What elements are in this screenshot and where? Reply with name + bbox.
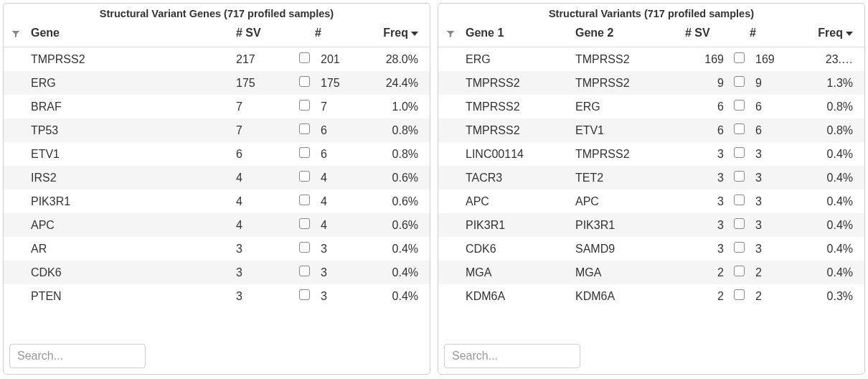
sv-variants-body[interactable]: ERGTMPRSS216916923.…TMPRSS2TMPRSS2991.3%… [438, 47, 864, 340]
col-gene1[interactable]: Gene 1 [466, 27, 575, 39]
cell-gene2: TMPRSS2 [575, 77, 685, 90]
col-sv[interactable]: # SV [236, 27, 293, 39]
cell-sv: 3 [685, 243, 728, 256]
col-sv[interactable]: # SV [685, 27, 728, 39]
row-checkbox[interactable] [299, 123, 310, 134]
row-checkbox[interactable] [734, 100, 745, 111]
table-row[interactable]: KDM6AKDM6A220.3% [438, 284, 864, 308]
cell-sv: 7 [236, 124, 293, 137]
row-checkbox[interactable] [299, 266, 310, 276]
table-row[interactable]: PIK3R1440.6% [4, 190, 430, 213]
col-num[interactable]: # [750, 27, 793, 39]
row-checkbox[interactable] [299, 147, 310, 158]
table-row[interactable]: PIK3R1PIK3R1330.4% [438, 213, 864, 237]
cell-num: 4 [315, 195, 358, 208]
cell-sv: 3 [685, 172, 728, 184]
filter-icon[interactable] [11, 27, 31, 39]
cell-gene: CDK6 [31, 266, 236, 279]
row-checkbox[interactable] [299, 289, 310, 300]
cell-gene1: APC [466, 195, 575, 208]
cell-gene1: TMPRSS2 [466, 77, 575, 90]
row-checkbox[interactable] [734, 242, 745, 253]
cell-num: 3 [750, 219, 793, 232]
row-checkbox[interactable] [299, 218, 310, 229]
row-checkbox[interactable] [734, 266, 745, 276]
sv-genes-body[interactable]: TMPRSS221720128.0%ERG17517524.4%BRAF771.… [4, 47, 430, 340]
table-row[interactable]: ETV1660.8% [4, 142, 430, 166]
sv-genes-search-input[interactable] [9, 344, 146, 368]
table-row[interactable]: BRAF771.0% [4, 95, 430, 118]
table-row[interactable]: ERG17517524.4% [4, 71, 430, 95]
cell-freq: 0.6% [358, 172, 423, 184]
row-checkbox[interactable] [299, 195, 310, 205]
cell-sv: 3 [236, 290, 293, 303]
row-checkbox[interactable] [734, 171, 745, 182]
table-row[interactable]: AR330.4% [4, 237, 430, 261]
cell-sv: 3 [236, 243, 293, 256]
cell-freq: 1.0% [358, 100, 423, 113]
cell-gene1: ERG [466, 53, 575, 66]
table-row[interactable]: CDK6SAMD9330.4% [438, 237, 864, 261]
filter-icon[interactable] [445, 27, 466, 39]
table-row[interactable]: TMPRSS2ETV1660.8% [438, 118, 864, 142]
table-row[interactable]: IRS2440.6% [4, 166, 430, 190]
col-num[interactable]: # [315, 27, 358, 39]
row-checkbox[interactable] [734, 218, 745, 229]
row-checkbox[interactable] [299, 242, 310, 253]
table-row[interactable]: TMPRSS221720128.0% [4, 47, 430, 71]
cell-gene2: APC [575, 195, 685, 208]
cell-gene1: TACR3 [466, 172, 575, 184]
sv-variants-search-input[interactable] [444, 344, 580, 368]
cell-gene2: MGA [575, 266, 685, 279]
cell-gene1: CDK6 [466, 243, 575, 256]
cell-gene1: KDM6A [466, 290, 575, 303]
row-checkbox[interactable] [734, 76, 745, 87]
cell-sv: 3 [685, 219, 728, 232]
table-row[interactable]: TMPRSS2TMPRSS2991.3% [438, 71, 864, 95]
row-checkbox[interactable] [299, 76, 310, 87]
row-checkbox[interactable] [734, 52, 745, 63]
cell-sv: 6 [685, 124, 728, 137]
cell-num: 9 [750, 77, 793, 90]
row-checkbox[interactable] [299, 171, 310, 182]
row-checkbox[interactable] [734, 147, 745, 158]
table-row[interactable]: APC440.6% [4, 213, 430, 237]
sv-variants-header: Gene 1 Gene 2 # SV # Freq [438, 22, 864, 47]
row-checkbox[interactable] [299, 52, 310, 63]
cell-freq: 0.4% [793, 195, 857, 208]
row-checkbox[interactable] [299, 100, 310, 111]
table-row[interactable]: MGAMGA220.4% [438, 261, 864, 284]
table-row[interactable]: ERGTMPRSS216916923.… [438, 47, 864, 71]
cell-sv: 2 [685, 266, 728, 279]
table-row[interactable]: TMPRSS2ERG660.8% [438, 95, 864, 118]
cell-gene2: KDM6A [575, 290, 685, 303]
cell-freq: 0.8% [793, 100, 857, 113]
cell-num: 2 [750, 290, 793, 303]
cell-gene2: SAMD9 [575, 243, 685, 256]
cell-freq: 0.4% [793, 266, 857, 279]
cell-gene: ERG [31, 77, 236, 90]
cell-gene1: LINC00114 [466, 148, 575, 161]
table-row[interactable]: APCAPC330.4% [438, 190, 864, 213]
col-freq[interactable]: Freq [793, 27, 857, 39]
cell-num: 3 [750, 148, 793, 161]
col-gene[interactable]: Gene [31, 27, 236, 39]
row-checkbox[interactable] [734, 123, 745, 134]
col-gene2[interactable]: Gene 2 [575, 27, 685, 39]
cell-sv: 217 [236, 53, 293, 66]
table-row[interactable]: TACR3TET2330.4% [438, 166, 864, 190]
cell-num: 3 [315, 243, 358, 256]
table-row[interactable]: TP53760.8% [4, 118, 430, 142]
table-row[interactable]: PTEN330.4% [4, 284, 430, 308]
cell-num: 6 [315, 124, 358, 137]
row-checkbox[interactable] [734, 195, 745, 205]
cell-freq: 0.4% [358, 266, 423, 279]
col-freq[interactable]: Freq [358, 27, 423, 39]
cell-num: 175 [315, 77, 358, 90]
cell-num: 4 [315, 219, 358, 232]
table-row[interactable]: CDK6330.4% [4, 261, 430, 284]
cell-gene2: TMPRSS2 [575, 53, 685, 66]
cell-num: 2 [750, 266, 793, 279]
table-row[interactable]: LINC00114TMPRSS2330.4% [438, 142, 864, 166]
row-checkbox[interactable] [734, 289, 745, 300]
